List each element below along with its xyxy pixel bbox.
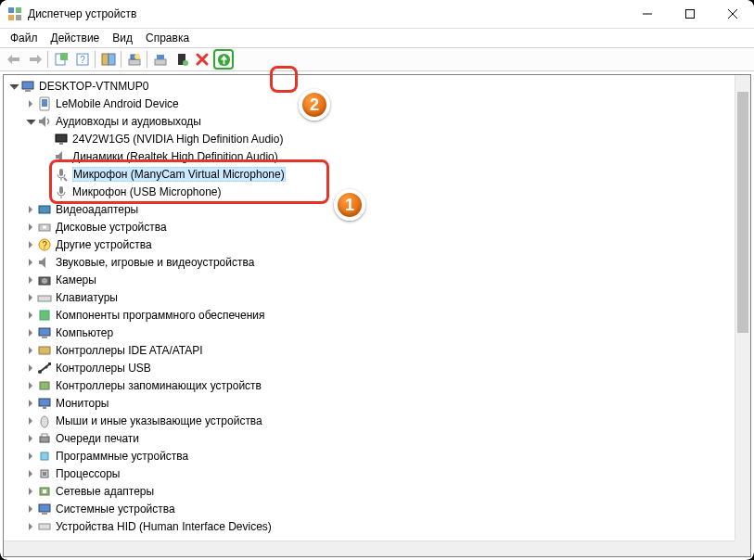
menu-view[interactable]: Вид <box>106 30 139 46</box>
close-button[interactable] <box>711 0 754 28</box>
svg-rect-59 <box>42 513 47 515</box>
svg-rect-2 <box>8 15 14 20</box>
tree-category-disk[interactable]: Дисковые устройства <box>4 218 750 235</box>
expand-icon[interactable] <box>24 256 37 269</box>
vertical-scrollbar[interactable] <box>735 75 750 541</box>
toolbar-properties-icon[interactable] <box>97 49 119 70</box>
expand-icon[interactable] <box>24 414 37 427</box>
tree-category-audio[interactable]: Аудиовходы и аудиовыходы <box>4 112 750 130</box>
sound-icon <box>37 255 52 270</box>
expand-icon[interactable] <box>7 80 20 93</box>
tree-category-usb[interactable]: Контроллеры USB <box>4 359 750 376</box>
minimize-button[interactable] <box>626 0 669 28</box>
tree-category-other[interactable]: ?Другие устройства <box>4 235 750 253</box>
expand-icon[interactable] <box>24 503 37 515</box>
tree-category-keyboards[interactable]: Клавиатуры <box>4 288 750 306</box>
expand-icon[interactable] <box>24 203 37 216</box>
chip-icon <box>37 449 52 464</box>
expand-icon[interactable] <box>24 274 37 286</box>
unknown-icon: ? <box>37 237 52 252</box>
toolbar-uninstall-icon[interactable] <box>171 49 192 70</box>
tree-category-processors[interactable]: Процессоры <box>4 465 750 482</box>
expand-icon[interactable] <box>24 221 37 234</box>
device-manager-window: Диспетчер устройств Файл Действие Вид Сп… <box>0 0 754 560</box>
svg-point-20 <box>183 60 188 66</box>
device-tree[interactable]: DESKTOP-VTNMUP0 LeMobile Android Device … <box>4 75 750 537</box>
tree-category-storage[interactable]: Контроллеры запоминающих устройств <box>4 376 750 394</box>
menu-help[interactable]: Справка <box>139 30 196 46</box>
tree-device-speakers[interactable]: Динамики (Realtek High Definition Audio) <box>4 147 750 165</box>
toolbar-disable-icon[interactable] <box>192 49 213 70</box>
speaker-icon <box>54 149 69 164</box>
tree-root[interactable]: DESKTOP-VTNMUP0 <box>4 77 750 95</box>
maximize-button[interactable] <box>669 0 711 28</box>
tree-category-print[interactable]: Очереди печати <box>4 429 750 447</box>
svg-rect-28 <box>59 169 63 176</box>
tree-category-software-devices[interactable]: Программные устройства <box>4 447 750 465</box>
tree-category-sound[interactable]: Звуковые, игровые и видеоустройства <box>4 253 750 271</box>
svg-rect-14 <box>129 59 140 65</box>
back-button[interactable] <box>3 49 24 70</box>
svg-rect-53 <box>41 452 48 460</box>
svg-rect-0 <box>8 7 14 13</box>
tree-category-software-components[interactable]: Компоненты программного обеспечения <box>4 306 750 324</box>
svg-rect-43 <box>39 347 50 354</box>
tree-category-video[interactable]: Видеоадаптеры <box>4 200 750 218</box>
menu-file[interactable]: Файл <box>4 30 45 46</box>
tree-category-system[interactable]: Системные устройства <box>4 500 750 517</box>
menu-action[interactable]: Действие <box>45 30 107 46</box>
tree-category-hid[interactable]: Устройства HID (Human Interface Devices) <box>4 517 750 535</box>
tree-device-usb-mic[interactable]: Микрофон (USB Microphone) <box>4 183 750 200</box>
expand-icon[interactable] <box>24 467 37 480</box>
tree-category-lemobile[interactable]: LeMobile Android Device <box>4 95 750 112</box>
horizontal-scrollbar[interactable] <box>4 541 735 556</box>
tree-category-monitors[interactable]: Мониторы <box>4 394 750 412</box>
keyboard-icon <box>37 290 52 305</box>
expand-icon[interactable] <box>24 432 37 445</box>
svg-point-38 <box>42 278 47 284</box>
device-icon <box>37 96 52 111</box>
tree-category-computer[interactable]: Компьютер <box>4 324 750 341</box>
printer-icon <box>37 431 52 446</box>
svg-point-16 <box>134 54 140 59</box>
svg-rect-26 <box>56 134 67 142</box>
tree-device-manycam-mic[interactable]: Микрофон (ManyCam Virtual Microphone) <box>4 165 750 183</box>
expand-icon[interactable] <box>24 115 37 128</box>
svg-rect-52 <box>42 434 47 437</box>
expand-icon[interactable] <box>24 362 37 375</box>
svg-rect-5 <box>686 10 695 19</box>
monitor-icon <box>54 132 69 146</box>
tree-device-nvidia-audio[interactable]: 24V2W1G5 (NVIDIA High Definition Audio) <box>4 130 750 147</box>
svg-text:?: ? <box>42 240 47 250</box>
toolbar-help-icon[interactable]: ? <box>71 49 93 70</box>
svg-rect-41 <box>39 328 50 336</box>
expand-icon[interactable] <box>24 379 37 392</box>
forward-button[interactable] <box>24 49 45 70</box>
toolbar-refresh-icon[interactable] <box>123 49 145 70</box>
expand-icon[interactable] <box>24 97 37 110</box>
expand-icon[interactable] <box>24 344 37 357</box>
expand-icon[interactable] <box>24 326 37 339</box>
expand-icon[interactable] <box>24 450 37 463</box>
expand-icon[interactable] <box>24 238 37 251</box>
titlebar: Диспетчер устройств <box>0 0 754 29</box>
toolbar-update-driver-icon[interactable] <box>149 49 171 70</box>
svg-rect-47 <box>40 382 49 389</box>
toolbar: ? <box>0 47 754 71</box>
svg-rect-48 <box>39 399 50 406</box>
svg-rect-57 <box>43 490 46 493</box>
toolbar-enable-button[interactable] <box>213 49 234 70</box>
tree-category-network[interactable]: Сетевые адаптеры <box>4 482 750 500</box>
tree-category-mice[interactable]: Мыши и иные указывающие устройства <box>4 412 750 429</box>
monitor-icon <box>37 396 52 411</box>
tree-category-ide[interactable]: Контроллеры IDE ATA/ATAPI <box>4 341 750 359</box>
expand-icon[interactable] <box>24 520 37 533</box>
toolbar-icon-1[interactable] <box>50 49 71 70</box>
expand-icon[interactable] <box>24 397 37 410</box>
expand-icon[interactable] <box>24 309 37 322</box>
tree-category-cameras[interactable]: Камеры <box>4 271 750 288</box>
svg-rect-32 <box>39 206 50 213</box>
expand-icon[interactable] <box>24 485 37 498</box>
network-icon <box>37 484 52 499</box>
expand-icon[interactable] <box>24 291 37 304</box>
